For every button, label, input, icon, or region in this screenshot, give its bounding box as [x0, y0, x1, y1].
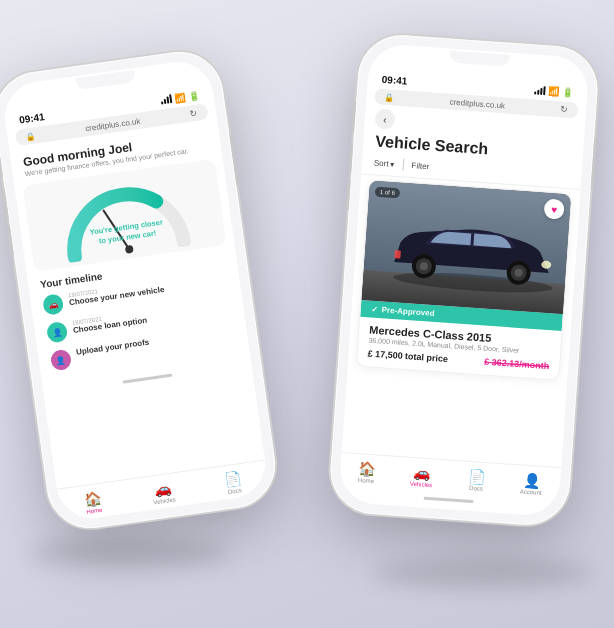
- battery-icon-2: 🔋: [562, 87, 574, 98]
- nav-home-2[interactable]: 🏠 Home: [357, 460, 376, 484]
- car-svg: [361, 180, 571, 314]
- timeline-icon-1: 🚗: [42, 293, 65, 316]
- nav-vehicles-2[interactable]: 🚗 Vehicles: [410, 464, 434, 489]
- wifi-icon-2: 📶: [548, 86, 560, 97]
- nav-docs-label-2: Docs: [469, 485, 483, 492]
- phone1-shadow: [30, 538, 230, 568]
- signal-icon-1: [160, 94, 172, 104]
- chevron-down-icon: ▾: [390, 159, 395, 168]
- vehicles-icon-2: 🚗: [413, 464, 431, 481]
- car-image: 1 of 6 ♥: [361, 180, 571, 314]
- sort-button[interactable]: Sort ▾: [374, 158, 395, 168]
- svg-rect-14: [394, 250, 401, 258]
- status-icons-2: 📶 🔋: [534, 85, 574, 98]
- lock-icon-1: 🔒: [25, 131, 36, 141]
- phone-2: 09:41 📶 🔋 🔒 credi: [328, 32, 601, 528]
- nav-account-2[interactable]: 👤 Account: [520, 471, 543, 495]
- home-icon-1: 🏠: [83, 490, 102, 508]
- status-time-2: 09:41: [381, 74, 407, 87]
- timeline-icon-3: 👤: [50, 349, 73, 372]
- nav-home-1[interactable]: 🏠 Home: [83, 490, 103, 515]
- battery-icon-1: 🔋: [188, 90, 200, 101]
- docs-icon-2: 📄: [468, 468, 486, 485]
- home-bar-1: [122, 373, 172, 383]
- home-icon-2: 🏠: [358, 460, 376, 477]
- signal-icon-2: [534, 85, 546, 95]
- car-card[interactable]: 1 of 6 ♥ ✓ Pre-Approved Mercedes C-Class…: [356, 179, 573, 381]
- timeline-icon-2: 👤: [46, 321, 69, 344]
- phone-2-content: 09:41 📶 🔋 🔒 credi: [338, 43, 590, 517]
- refresh-icon-2: ↻: [560, 104, 569, 115]
- nav-account-label-2: Account: [520, 488, 542, 495]
- notch-1: [75, 70, 136, 90]
- nav-docs-1[interactable]: 📄 Docs: [224, 470, 244, 495]
- docs-icon-1: 📄: [224, 470, 243, 488]
- phone2-shadow: [374, 558, 594, 588]
- checkmark-icon: ✓: [370, 305, 378, 314]
- nav-docs-2[interactable]: 📄 Docs: [467, 468, 486, 492]
- status-time-1: 09:41: [18, 111, 45, 125]
- gauge-chart: You're getting closer to your new car!: [50, 170, 199, 264]
- nav-home-label-1: Home: [86, 507, 103, 515]
- url-1: creditplus.co.uk: [85, 116, 141, 133]
- nav-vehicles-1[interactable]: 🚗 Vehicles: [151, 480, 176, 506]
- url-2: creditplus.co.uk: [449, 97, 505, 110]
- refresh-icon-1: ↻: [189, 108, 198, 119]
- sort-filter-divider: [402, 158, 404, 170]
- vehicles-icon-1: 🚗: [153, 480, 172, 498]
- price-monthly: £ 362.13/month: [484, 357, 550, 372]
- account-icon-2: 👤: [523, 472, 541, 489]
- phone-2-screen: 09:41 📶 🔋 🔒 credi: [338, 43, 590, 517]
- notch-2: [449, 50, 510, 66]
- price-total: £ 17,500 total price: [367, 348, 448, 364]
- status-icons-1: 📶 🔋: [160, 90, 200, 105]
- pre-approved-label: Pre-Approved: [381, 305, 434, 318]
- filter-button[interactable]: Filter: [411, 161, 429, 171]
- nav-home-label-2: Home: [358, 477, 374, 484]
- image-count: 1 of 6: [375, 187, 401, 199]
- back-button[interactable]: ‹: [374, 108, 395, 129]
- sort-label: Sort: [374, 158, 389, 168]
- scene: 09:41 📶 🔋 🔒 credi: [0, 0, 614, 628]
- lock-icon-2: 🔒: [384, 93, 395, 103]
- nav-vehicles-label-2: Vehicles: [410, 481, 433, 489]
- price-monthly-value: £ 362.13/month: [484, 357, 550, 372]
- home-bar-2: [424, 496, 474, 502]
- nav-docs-label-1: Docs: [228, 487, 242, 495]
- wifi-icon-1: 📶: [174, 92, 186, 103]
